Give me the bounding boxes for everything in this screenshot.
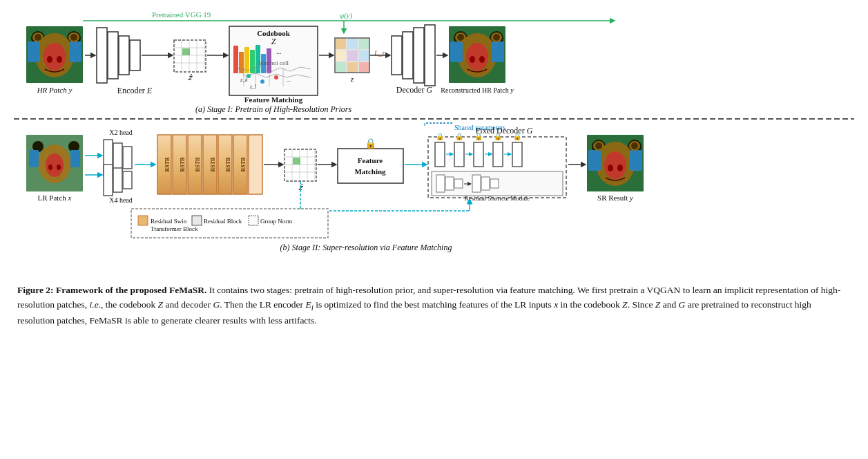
svg-point-9: [47, 56, 52, 63]
svg-rect-31: [182, 48, 190, 55]
svg-point-12: [35, 34, 41, 41]
svg-rect-84: [450, 41, 463, 62]
svg-rect-163: [512, 142, 522, 167]
svg-rect-69: [359, 62, 369, 72]
svg-rect-184: [630, 150, 642, 171]
svg-rect-125: [249, 135, 262, 194]
svg-text:(b) Stage II: Super-resolution: (b) Stage II: Super-resolution via Featu…: [280, 243, 452, 252]
svg-text:Residual Shortcut Module: Residual Shortcut Module: [465, 195, 530, 202]
svg-rect-17: [97, 28, 107, 83]
svg-rect-193: [138, 216, 148, 225]
svg-rect-170: [472, 175, 481, 192]
svg-rect-68: [347, 62, 358, 72]
svg-rect-23: [174, 40, 206, 72]
svg-text:RSTB: RSTB: [240, 157, 247, 172]
svg-text:Pretrained VGG 19: Pretrained VGG 19: [152, 10, 211, 19]
svg-text:RSTB: RSTB: [164, 157, 171, 172]
svg-rect-183: [588, 150, 601, 171]
svg-point-190: [631, 142, 638, 149]
svg-rect-73: [392, 36, 402, 75]
svg-text:SR Result y: SR Result y: [597, 194, 633, 202]
svg-point-106: [57, 165, 61, 170]
svg-text:🔒: 🔒: [365, 138, 377, 149]
svg-point-91: [493, 34, 500, 41]
svg-rect-116: [123, 171, 132, 189]
svg-rect-154: [454, 142, 464, 167]
svg-text:Feature Matching: Feature Matching: [244, 95, 303, 104]
main-container: Pretrained VGG 19 HR Patch y: [0, 0, 868, 335]
svg-rect-63: [359, 39, 369, 49]
svg-text:Decoder G: Decoder G: [396, 85, 433, 95]
svg-rect-66: [359, 50, 369, 61]
svg-rect-166: [436, 175, 445, 192]
svg-text:Encoder E: Encoder E: [117, 86, 153, 95]
svg-rect-62: [347, 39, 358, 49]
svg-point-185: [608, 165, 613, 171]
svg-point-10: [57, 56, 62, 63]
svg-point-89: [457, 34, 464, 41]
svg-point-6: [44, 43, 66, 71]
svg-text:Z: Z: [271, 37, 276, 46]
svg-text:Feature: Feature: [358, 156, 383, 165]
diagram-svg-container: Pretrained VGG 19 HR Patch y: [14, 7, 854, 279]
svg-rect-167: [445, 177, 454, 190]
svg-rect-18: [108, 32, 118, 79]
svg-rect-7: [28, 41, 40, 62]
svg-text:X2 head: X2 head: [109, 129, 133, 136]
svg-text:🔒: 🔒: [494, 132, 503, 141]
svg-text:z_l: z_l: [249, 84, 257, 90]
svg-rect-157: [474, 142, 483, 167]
svg-rect-74: [403, 32, 413, 79]
figure-caption: Figure 2: Framework of the proposed FeMa…: [14, 283, 854, 328]
svg-text:z: z: [350, 75, 354, 83]
svg-rect-115: [113, 168, 122, 192]
svg-rect-160: [493, 142, 503, 167]
svg-text:...: ...: [287, 77, 291, 83]
svg-rect-171: [481, 177, 490, 190]
svg-point-186: [617, 165, 623, 171]
svg-text:🔒: 🔒: [513, 132, 522, 141]
svg-rect-67: [336, 62, 346, 72]
svg-text:Group Norm: Group Norm: [260, 218, 292, 225]
svg-rect-198: [249, 216, 258, 225]
svg-text:ẑ: ẑ: [188, 73, 193, 82]
svg-rect-172: [490, 179, 499, 188]
svg-rect-196: [192, 216, 202, 225]
svg-rect-8: [69, 41, 81, 62]
svg-rect-19: [119, 36, 129, 75]
svg-rect-141: [293, 158, 300, 165]
svg-point-188: [595, 142, 602, 149]
svg-rect-38: [239, 52, 244, 73]
svg-text:Transformer Block: Transformer Block: [151, 225, 198, 232]
svg-text:LR Patch x: LR Patch x: [38, 194, 72, 202]
svg-rect-151: [435, 142, 445, 167]
svg-rect-85: [492, 41, 504, 62]
svg-point-83: [466, 43, 488, 71]
svg-text:Residual Block: Residual Block: [204, 218, 242, 225]
svg-rect-75: [414, 28, 424, 83]
svg-text:z_k: z_k: [240, 77, 248, 83]
svg-point-87: [479, 56, 485, 63]
svg-text:X4 head: X4 head: [109, 196, 133, 204]
svg-point-86: [470, 56, 475, 63]
svg-rect-64: [336, 50, 346, 61]
svg-rect-103: [29, 150, 39, 167]
svg-text:RSTB: RSTB: [180, 157, 186, 172]
svg-text:Matching: Matching: [354, 167, 386, 176]
svg-rect-168: [454, 179, 463, 188]
svg-rect-39: [244, 47, 249, 73]
svg-rect-104: [70, 150, 80, 167]
svg-point-48: [274, 75, 278, 79]
svg-rect-114: [104, 165, 113, 196]
svg-point-47: [260, 79, 264, 84]
svg-point-14: [70, 34, 77, 41]
svg-text:Residual Swin: Residual Swin: [151, 218, 187, 225]
svg-text:RSTB: RSTB: [210, 157, 216, 172]
svg-text:(a) Stage I: Pretrain of High-: (a) Stage I: Pretrain of High-Resolution…: [195, 104, 352, 114]
diagram-svg: Pretrained VGG 19 HR Patch y: [14, 7, 854, 277]
svg-rect-37: [233, 46, 238, 73]
svg-rect-111: [123, 147, 132, 169]
caption-title: Figure 2: Framework of the proposed FeMa…: [17, 285, 206, 295]
svg-text:Fixed Decoder G: Fixed Decoder G: [476, 126, 533, 135]
svg-point-105: [48, 165, 52, 170]
